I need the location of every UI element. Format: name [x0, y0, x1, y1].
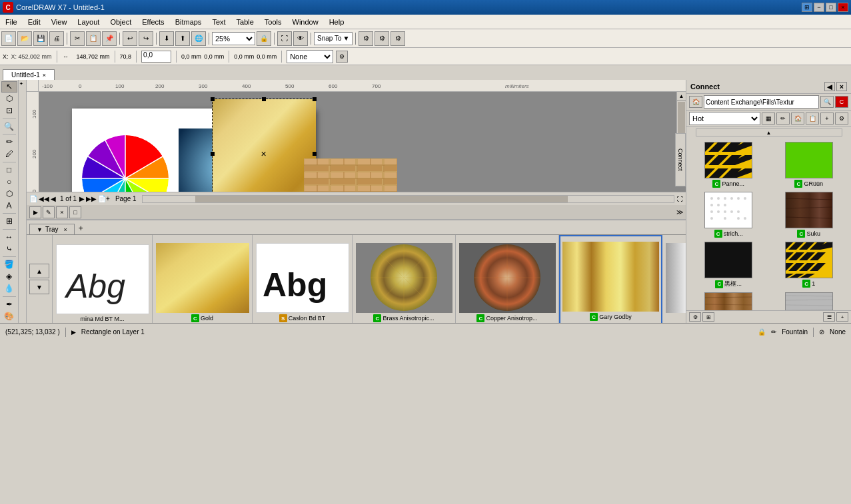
- panel-list-btn[interactable]: ☰: [823, 312, 835, 322]
- tray-tool-box[interactable]: □: [69, 206, 81, 218]
- maximize-button[interactable]: □: [826, 3, 836, 12]
- add-tray-btn[interactable]: +: [75, 222, 87, 234]
- hscrollbar[interactable]: [142, 195, 674, 203]
- edit-icon[interactable]: ✏: [771, 328, 776, 336]
- panel-close-btn[interactable]: ×: [836, 82, 847, 91]
- select-tool[interactable]: ↖: [1, 81, 17, 93]
- tray-tool-1[interactable]: ▶: [29, 206, 41, 218]
- panel-pin-btn[interactable]: ◀: [824, 82, 835, 91]
- panel-corel-connect-btn[interactable]: C: [835, 96, 848, 108]
- polygon-tool[interactable]: ⬡: [1, 188, 17, 199]
- tray-tool-search[interactable]: ×: [56, 206, 68, 218]
- next-page-btn2[interactable]: ▶▶: [86, 195, 97, 202]
- texture-item-gruen[interactable]: C GRüün: [770, 140, 849, 189]
- filter-btn-2[interactable]: ✏: [776, 113, 790, 125]
- tray-item-copper[interactable]: C Copper Anisotrop...: [456, 235, 559, 323]
- prev-page-btn[interactable]: ◀◀: [39, 195, 49, 202]
- save-button[interactable]: 💾: [33, 31, 48, 46]
- zoom-select[interactable]: 25%: [212, 32, 255, 45]
- texture-item-suku[interactable]: C Suku: [770, 190, 849, 239]
- panel-grid-btn[interactable]: ⊞: [702, 312, 714, 322]
- texture-item-panne[interactable]: C Panne...: [689, 140, 768, 189]
- add-page-before-btn[interactable]: 📄: [29, 195, 37, 202]
- tray-item-silver[interactable]: C Silver Refele...: [662, 235, 686, 323]
- menu-effects[interactable]: Effects: [137, 15, 169, 29]
- node-tool[interactable]: ⬡: [1, 93, 17, 105]
- color-wheel-object[interactable]: [79, 128, 172, 192]
- menu-object[interactable]: Object: [105, 15, 137, 29]
- ellipse-tool[interactable]: ○: [1, 176, 17, 187]
- eyedropper-tool[interactable]: 💧: [1, 283, 17, 294]
- tray-tab-main[interactable]: ▼ Tray ×: [29, 224, 75, 234]
- expand-btn[interactable]: ▶: [71, 329, 76, 336]
- tray-item-text-abg[interactable]: Abg mina Md BT M...: [53, 235, 153, 323]
- table-tool[interactable]: ⊞: [1, 216, 17, 227]
- text-tool[interactable]: A: [1, 200, 17, 211]
- panel-home-btn[interactable]: 🏠: [689, 96, 702, 108]
- outline-tool[interactable]: ✒: [1, 298, 17, 310]
- menu-view[interactable]: View: [46, 15, 73, 29]
- filter-select[interactable]: Hot: [689, 112, 760, 125]
- menu-edit[interactable]: Edit: [23, 15, 46, 29]
- undo-button[interactable]: ↩: [123, 31, 137, 46]
- gold-box-object[interactable]: ×: [212, 99, 315, 192]
- menu-text[interactable]: Text: [207, 15, 231, 29]
- export-button[interactable]: ⬆: [175, 31, 190, 46]
- menu-table[interactable]: Table: [231, 15, 259, 29]
- smart-fill-tool[interactable]: 🎨: [1, 310, 17, 322]
- options2-button[interactable]: ⚙: [375, 31, 389, 46]
- tray-item-caslon[interactable]: Abg S Caslon Bd BT: [253, 235, 353, 323]
- texture-item-wood2[interactable]: C Wood 2: [689, 291, 768, 310]
- zoom-fit-btn[interactable]: ⛶: [677, 196, 683, 202]
- panel-add-panel-btn[interactable]: +: [836, 312, 848, 322]
- menu-bitmaps[interactable]: Bitmaps: [170, 15, 207, 29]
- doc-tab-untitled[interactable]: Untitled-1 ×: [3, 69, 55, 80]
- publish-button[interactable]: 🌐: [191, 31, 206, 46]
- menu-file[interactable]: File: [0, 15, 23, 29]
- tray-scroll-up[interactable]: ▲: [29, 264, 49, 278]
- texture-item-strich[interactable]: C strich...: [689, 190, 768, 239]
- corel-connect-icon[interactable]: ⊞: [802, 3, 812, 12]
- filter-btn-1[interactable]: ▦: [762, 113, 775, 125]
- menu-layout[interactable]: Layout: [72, 15, 105, 29]
- tray-item-brass[interactable]: C Brass Anisotropic...: [353, 235, 456, 323]
- texture-item-brush[interactable]: C Brush...: [770, 291, 849, 310]
- minimize-button[interactable]: −: [814, 3, 824, 12]
- freehand-tool[interactable]: ✏: [1, 136, 17, 148]
- redo-button[interactable]: ↪: [139, 31, 153, 46]
- connect-side-tab[interactable]: Connect: [675, 133, 686, 186]
- open-button[interactable]: 📂: [17, 31, 32, 46]
- cut-button[interactable]: ✂: [70, 31, 85, 46]
- tray-scroll-down[interactable]: ▼: [29, 280, 49, 294]
- panel-search-btn[interactable]: 🔍: [820, 96, 834, 108]
- print-button[interactable]: 🖨: [49, 31, 64, 46]
- interactive-fill-tool[interactable]: ◈: [1, 271, 17, 282]
- crop-tool[interactable]: ⊡: [1, 105, 17, 117]
- rectangle-tool[interactable]: □: [1, 164, 17, 176]
- options3-button[interactable]: ⚙: [391, 31, 405, 46]
- tray-close-btn[interactable]: ×: [64, 226, 67, 233]
- view-button[interactable]: 👁: [293, 31, 308, 46]
- prev-page-btn2[interactable]: ◀: [51, 195, 56, 202]
- texture-item-one[interactable]: C 1: [770, 240, 849, 290]
- brick-object[interactable]: [304, 158, 397, 192]
- font-options-button[interactable]: ⚙: [336, 51, 348, 63]
- panel-path-input[interactable]: [704, 95, 819, 109]
- tray-item-gold[interactable]: C Gold: [153, 235, 253, 323]
- rotate-input[interactable]: 0,0: [141, 51, 171, 63]
- tray-more-btn[interactable]: ≫: [676, 208, 683, 216]
- panel-scroll-up[interactable]: ▲: [686, 127, 851, 138]
- filter-btn-3[interactable]: 🏠: [791, 113, 804, 125]
- menu-help[interactable]: Help: [324, 15, 350, 29]
- scroll-up-btn[interactable]: ▲: [677, 92, 686, 101]
- secondary-tool-1[interactable]: ✦: [19, 81, 26, 88]
- paste-button[interactable]: 📌: [102, 31, 117, 46]
- zoom-lock-button[interactable]: 🔒: [257, 31, 271, 46]
- filter-btn-6[interactable]: ⚙: [835, 113, 848, 125]
- new-button[interactable]: 📄: [1, 31, 16, 46]
- options-button[interactable]: ⚙: [359, 31, 373, 46]
- panel-settings-btn[interactable]: ⚙: [689, 312, 701, 322]
- zoom-tool[interactable]: 🔍: [1, 121, 17, 132]
- snap-to-button[interactable]: Snap To ▼: [314, 32, 353, 45]
- connector-tool[interactable]: ⤷: [1, 243, 17, 254]
